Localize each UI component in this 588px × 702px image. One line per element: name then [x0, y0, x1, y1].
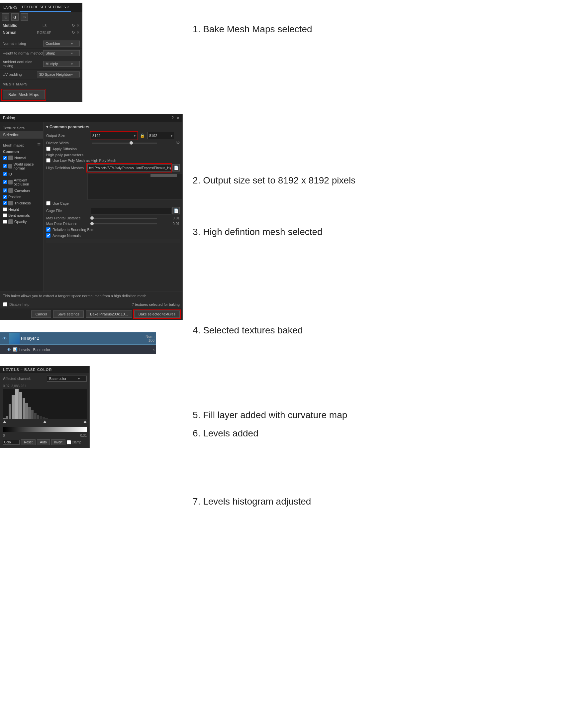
cage-browse-button[interactable]: 📄: [172, 207, 180, 214]
selection-item[interactable]: Selection: [0, 131, 43, 139]
id-map-checkbox[interactable]: [3, 172, 7, 176]
ao-mixing-dropdown[interactable]: Multiply: [43, 61, 80, 67]
metallic-refresh-icon[interactable]: ↻: [72, 23, 75, 28]
levels-reset-button[interactable]: Reset: [21, 439, 35, 445]
output-size-value: 8192: [92, 134, 100, 138]
tab-layers[interactable]: LAYERS: [1, 3, 20, 12]
bent-normals-label: Bent normals: [8, 213, 30, 217]
mid-point-arrow[interactable]: [43, 421, 46, 423]
affected-channel-dropdown[interactable]: Base color ▾: [47, 376, 87, 381]
rear-thumb[interactable]: [90, 222, 94, 225]
close-tab-icon[interactable]: ×: [67, 5, 69, 9]
bake-selected-textures-button[interactable]: Bake selected textures: [134, 311, 180, 318]
normal-close-icon[interactable]: ✕: [77, 30, 80, 35]
affected-dropdown-arrow: ▾: [78, 377, 80, 380]
levels-invert-button[interactable]: Invert: [51, 439, 65, 445]
cancel-button[interactable]: Cancel: [31, 311, 51, 318]
baking-action-buttons: Cancel Save settings Bake Piraeus200k.10…: [0, 309, 182, 320]
hd-mesh-label: High Definition Meshes: [46, 166, 86, 170]
normal-refresh-icon[interactable]: ↻: [72, 30, 75, 35]
mesh-maps-settings-icon[interactable]: ☰: [37, 143, 40, 147]
ao-mixing-label: Ambient occlusion mixing: [3, 60, 43, 68]
save-settings-button[interactable]: Save settings: [53, 311, 84, 318]
sub-eye-icon[interactable]: 👁: [7, 347, 11, 352]
dilation-slider[interactable]: [92, 143, 157, 144]
black-point-arrow[interactable]: [3, 421, 6, 423]
grid-icon[interactable]: ⊞: [2, 13, 9, 21]
rear-slider[interactable]: [92, 223, 157, 224]
bake-mesh-maps-button[interactable]: Bake Mesh Maps: [3, 90, 45, 99]
lock-icon[interactable]: 🔒: [139, 133, 146, 138]
normal-mixing-value: Combine: [45, 41, 60, 45]
ao-map-checkbox[interactable]: [3, 180, 7, 184]
dilation-thumb[interactable]: [130, 141, 133, 145]
affected-channel-row: Affected channel: Base color ▾: [3, 376, 87, 381]
hist-bar-7: [23, 398, 25, 419]
mesh-maps-label: Mesh maps:: [3, 143, 24, 147]
frontal-slider[interactable]: [92, 218, 157, 219]
square-icon[interactable]: ▭: [21, 13, 28, 21]
metallic-label: Metallic: [3, 23, 17, 28]
normal-map-label: Normal: [14, 156, 26, 160]
hd-mesh-row: High Definition Meshes ted Projects/SFM/…: [46, 164, 180, 171]
max-rear-row: Max Rear Distance 0.01: [46, 222, 180, 226]
bake-piraeus-button[interactable]: Bake Piraeus200k.10...: [86, 311, 132, 318]
collapse-arrow-icon[interactable]: ▾: [46, 125, 48, 129]
dialog-help-icon[interactable]: ?: [171, 116, 174, 120]
relative-bounding-checkbox[interactable]: [46, 227, 50, 232]
map-position: Position: [0, 194, 43, 200]
average-normals-checkbox[interactable]: [46, 233, 50, 238]
bent-normals-checkbox[interactable]: [3, 213, 7, 217]
map-ao: Ambient occlusion: [0, 177, 43, 187]
uv-padding-dropdown[interactable]: 3D Space Neighbor: [37, 72, 80, 78]
output-size-right-input[interactable]: 8192 ▾: [147, 132, 174, 139]
height-checkbox[interactable]: [3, 207, 7, 211]
world-space-normal-checkbox[interactable]: [3, 164, 7, 168]
white-point-arrow[interactable]: [84, 421, 87, 423]
step4-annotation: 4. Selected textures baked: [193, 241, 588, 339]
frontal-thumb[interactable]: [90, 216, 94, 220]
layer-thumbnail: [9, 333, 20, 344]
apply-diffusion-checkbox[interactable]: [46, 146, 50, 151]
metallic-actions: ↻ ✕: [72, 23, 80, 28]
height-label: Height: [8, 207, 19, 211]
cage-file-input[interactable]: [91, 207, 171, 214]
curvature-checkbox[interactable]: [3, 189, 7, 193]
normal-mixing-row: Normal mixing Combine: [0, 39, 83, 48]
mesh-scroll[interactable]: [88, 174, 182, 177]
relative-bounding-row: Relative to Bounding Box: [46, 227, 180, 232]
normal-info: RGB16F: [37, 30, 51, 34]
sub-layer-row: 👁 📊 Levels - Base color ×: [0, 345, 156, 354]
map-opacity: Opacity: [0, 218, 43, 225]
normal-mixing-dropdown[interactable]: Combine: [43, 40, 80, 46]
hd-mesh-browse-button[interactable]: 📄: [172, 164, 180, 171]
use-cage-checkbox[interactable]: [46, 201, 50, 205]
opacity-checkbox[interactable]: [3, 220, 7, 224]
high-poly-params-header: High poly parameters: [46, 153, 180, 157]
thickness-checkbox[interactable]: [3, 201, 7, 205]
sub-layer-close-icon[interactable]: ×: [153, 348, 155, 352]
height-to-normal-dropdown[interactable]: Sharp: [43, 50, 80, 56]
position-checkbox[interactable]: [3, 195, 7, 199]
metallic-close-icon[interactable]: ✕: [77, 23, 80, 28]
uv-padding-row: UV padding 3D Space Neighbor: [0, 70, 83, 80]
clamp-checkbox[interactable]: [67, 440, 71, 444]
hist-bar-10: [31, 410, 34, 419]
output-size-dropdown[interactable]: 8192 ▾: [91, 132, 137, 139]
levels-channel-value: Colo: [4, 440, 11, 444]
disable-help-checkbox[interactable]: [3, 302, 7, 307]
position-label: Position: [8, 195, 21, 199]
affected-channel-label: Affected channel:: [3, 377, 31, 380]
output-size-row: Output Size 8192 ▾ 🔒 8192 ▾: [46, 132, 180, 139]
normal-map-checkbox[interactable]: [3, 156, 7, 160]
hd-mesh-path[interactable]: ted Projects/SFM/Italy/Piraeus Lion/Expo…: [88, 164, 171, 171]
hist-bar-8: [25, 403, 28, 420]
layer-eye-icon[interactable]: 👁: [2, 335, 8, 341]
thickness-label: Thickness: [14, 201, 31, 205]
levels-auto-button[interactable]: Auto: [37, 439, 50, 445]
dialog-close-icon[interactable]: ✕: [176, 116, 180, 120]
use-low-poly-checkbox[interactable]: [46, 158, 50, 162]
tab-texture-set-settings[interactable]: TEXTURE SET SETTINGS ×: [20, 3, 71, 12]
levels-channel-select[interactable]: Colo: [3, 440, 20, 445]
moon-icon[interactable]: ◑: [11, 13, 19, 21]
